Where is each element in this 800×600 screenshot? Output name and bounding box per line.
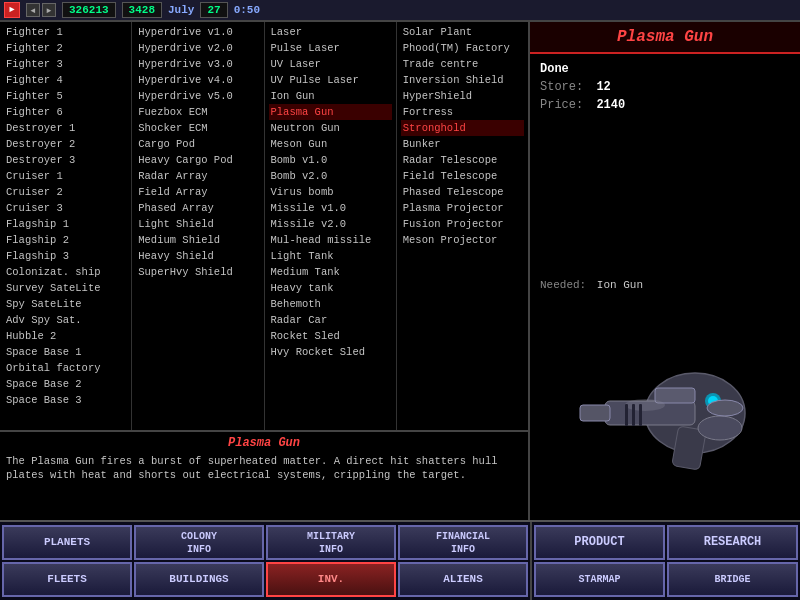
list-item[interactable]: Fighter 1 [4,24,127,40]
list-item[interactable]: Cruiser 2 [4,184,127,200]
list-item[interactable]: Stronghold [401,120,524,136]
list-item[interactable]: Flagship 2 [4,232,127,248]
list-item[interactable]: Missile v2.0 [269,216,392,232]
list-item[interactable]: Laser [269,24,392,40]
list-item[interactable]: Heavy Shield [136,248,259,264]
list-item[interactable]: Inversion Shield [401,72,524,88]
ships-column: Fighter 1Fighter 2Fighter 3Fighter 4Figh… [0,22,132,430]
list-item[interactable]: Destroyer 3 [4,152,127,168]
menu-icon[interactable]: ► [4,2,20,18]
list-item[interactable]: Cruiser 1 [4,168,127,184]
list-item[interactable]: Radar Array [136,168,259,184]
list-item[interactable]: Hyperdrive v5.0 [136,88,259,104]
next-arrow[interactable]: ► [42,3,56,17]
list-item[interactable]: Destroyer 2 [4,136,127,152]
top-bar: ► ◄ ► 326213 3428 July 27 0:50 [0,0,800,22]
list-item[interactable]: Space Base 1 [4,344,127,360]
buildings-button[interactable]: BUILDINGS [134,562,264,597]
list-item[interactable]: Fuezbox ECM [136,104,259,120]
list-item[interactable]: Meson Gun [269,136,392,152]
list-item[interactable]: Cargo Pod [136,136,259,152]
list-item[interactable]: Medium Tank [269,264,392,280]
main-area: Fighter 1Fighter 2Fighter 3Fighter 4Figh… [0,22,800,520]
list-item[interactable]: HyperShield [401,88,524,104]
list-item[interactable]: Cruiser 3 [4,200,127,216]
list-item[interactable]: Fusion Projector [401,216,524,232]
svg-point-9 [625,399,665,411]
list-item[interactable]: Behemoth [269,296,392,312]
list-item[interactable]: Flagship 1 [4,216,127,232]
list-item[interactable]: Bomb v1.0 [269,152,392,168]
financial-info-button[interactable]: FINANCIALINFO [398,525,528,560]
list-item[interactable]: Hyperdrive v3.0 [136,56,259,72]
nav-arrows[interactable]: ◄ ► [26,3,56,17]
list-item[interactable]: Hubble 2 [4,328,127,344]
list-item[interactable]: Spy SateLite [4,296,127,312]
list-item[interactable]: UV Pulse Laser [269,72,392,88]
list-item[interactable]: Phood(TM) Factory [401,40,524,56]
list-item[interactable]: Destroyer 1 [4,120,127,136]
list-item[interactable]: Fortress [401,104,524,120]
prev-arrow[interactable]: ◄ [26,3,40,17]
list-item[interactable]: Radar Telescope [401,152,524,168]
product-button[interactable]: PRODUCT [534,525,665,560]
fleets-button[interactable]: FLEETS [2,562,132,597]
list-item[interactable]: Ion Gun [269,88,392,104]
list-item[interactable]: Light Tank [269,248,392,264]
list-item[interactable]: Mul-head missile [269,232,392,248]
list-item[interactable]: Hyperdrive v1.0 [136,24,259,40]
list-item[interactable]: Trade centre [401,56,524,72]
military-info-button[interactable]: MILITARYINFO [266,525,396,560]
list-item[interactable]: Field Telescope [401,168,524,184]
list-item[interactable]: Virus bomb [269,184,392,200]
list-item[interactable]: Adv Spy Sat. [4,312,127,328]
list-item[interactable]: Colonizat. ship [4,264,127,280]
list-item[interactable]: SuperHvy Shield [136,264,259,280]
list-item[interactable]: Bunker [401,136,524,152]
list-item[interactable]: Field Array [136,184,259,200]
list-item[interactable]: Space Base 2 [4,376,127,392]
list-item[interactable]: Plasma Projector [401,200,524,216]
list-item[interactable]: Flagship 3 [4,248,127,264]
list-item[interactable]: Fighter 2 [4,40,127,56]
list-item[interactable]: Hyperdrive v4.0 [136,72,259,88]
planets-button[interactable]: PLANETS [2,525,132,560]
list-item[interactable]: Orbital factory [4,360,127,376]
list-item[interactable]: Radar Car [269,312,392,328]
list-item[interactable]: Medium Shield [136,232,259,248]
list-item[interactable]: Neutron Gun [269,120,392,136]
list-item[interactable]: Solar Plant [401,24,524,40]
list-item[interactable]: Fighter 6 [4,104,127,120]
list-item[interactable]: UV Laser [269,56,392,72]
list-item[interactable]: Pulse Laser [269,40,392,56]
list-item[interactable]: Fighter 3 [4,56,127,72]
starmap-button[interactable]: STARMAP [534,562,665,597]
list-item[interactable]: Hyperdrive v2.0 [136,40,259,56]
aliens-button[interactable]: ALIENS [398,562,528,597]
list-item[interactable]: Phased Telescope [401,184,524,200]
item-title: Plasma Gun [538,28,792,46]
store-label: Store: [540,80,583,94]
list-item[interactable]: Light Shield [136,216,259,232]
inv-button[interactable]: INV. [266,562,396,597]
list-item[interactable]: Rocket Sled [269,328,392,344]
list-item[interactable]: Bomb v2.0 [269,168,392,184]
list-item[interactable]: Heavy tank [269,280,392,296]
list-item[interactable]: Plasma Gun [269,104,392,120]
item-image [530,295,800,520]
list-item[interactable]: Missile v1.0 [269,200,392,216]
list-item[interactable]: Phased Array [136,200,259,216]
list-item[interactable]: Fighter 5 [4,88,127,104]
item-header: Plasma Gun [530,22,800,54]
list-item[interactable]: Shocker ECM [136,120,259,136]
colony-info-button[interactable]: COLONYINFO [134,525,264,560]
list-item[interactable]: Survey SateLite [4,280,127,296]
bottom-bar: PLANETS COLONYINFO MILITARYINFO FINANCIA… [0,520,800,600]
research-button[interactable]: RESEARCH [667,525,798,560]
list-item[interactable]: Fighter 4 [4,72,127,88]
list-item[interactable]: Space Base 3 [4,392,127,408]
list-item[interactable]: Meson Projector [401,232,524,248]
list-item[interactable]: Heavy Cargo Pod [136,152,259,168]
list-item[interactable]: Hvy Rocket Sled [269,344,392,360]
bridge-button[interactable]: BRIDGE [667,562,798,597]
